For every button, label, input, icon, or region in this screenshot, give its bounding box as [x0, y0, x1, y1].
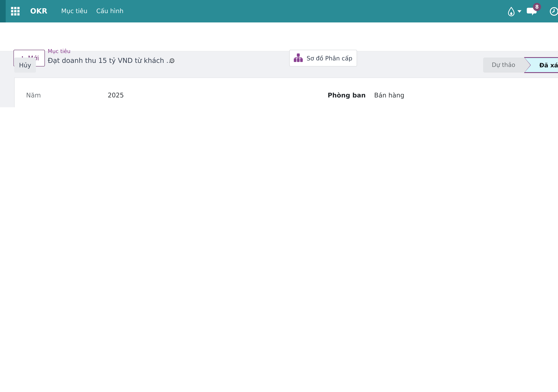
- nav-menu-cau-hinh[interactable]: Cấu hình: [96, 0, 123, 22]
- field-value-nam[interactable]: 2025: [108, 92, 124, 99]
- hierarchy-chart-button[interactable]: Sơ đồ Phân cấp: [289, 50, 357, 67]
- navbar-left-edge: [0, 0, 6, 22]
- control-panel: + Mới Mục tiêu Đạt doanh thu 15 tỷ VND t…: [0, 22, 558, 51]
- app-brand[interactable]: OKR: [30, 0, 47, 22]
- debug-droplet-icon[interactable]: [507, 0, 515, 22]
- status-pipeline: Dự thảo Đã xác nhận Đã hủy: [483, 58, 558, 73]
- hierarchy-button-label: Sơ đồ Phân cấp: [307, 55, 352, 61]
- sitemap-icon: [294, 53, 303, 63]
- state-draft[interactable]: Dự thảo: [483, 58, 524, 73]
- apps-grid-icon[interactable]: [11, 7, 20, 16]
- nav-menu-muc-tieu[interactable]: Mục tiêu: [61, 0, 87, 22]
- field-label-nam: Năm: [26, 92, 41, 99]
- activities-clock-icon[interactable]: [549, 0, 558, 22]
- gear-icon[interactable]: ⚙: [169, 57, 175, 65]
- messages-count-badge: 8: [533, 3, 541, 11]
- record-title: Đạt doanh thu 15 tỷ VND từ khách ...: [48, 57, 173, 64]
- droplet-caret-down-icon[interactable]: [517, 0, 522, 22]
- field-value-phong-ban[interactable]: Bán hàng: [374, 92, 404, 99]
- breadcrumb[interactable]: Mục tiêu: [48, 48, 70, 54]
- field-label-phong-ban: Phòng ban: [328, 92, 366, 99]
- state-confirmed-active[interactable]: Đã xác nhận: [524, 57, 558, 73]
- form-sheet: Năm 2025 Quý Q4 Tiêu đề Đạt doanh thu 15…: [14, 78, 558, 107]
- top-navbar: OKR Mục tiêu Cấu hình 8 YourCompany: [0, 0, 558, 22]
- state-confirmed-label: Đã xác nhận: [539, 62, 558, 68]
- okr-app-window: OKR Mục tiêu Cấu hình 8 YourCompany: [0, 0, 558, 107]
- cancel-button[interactable]: Hủy: [14, 58, 36, 73]
